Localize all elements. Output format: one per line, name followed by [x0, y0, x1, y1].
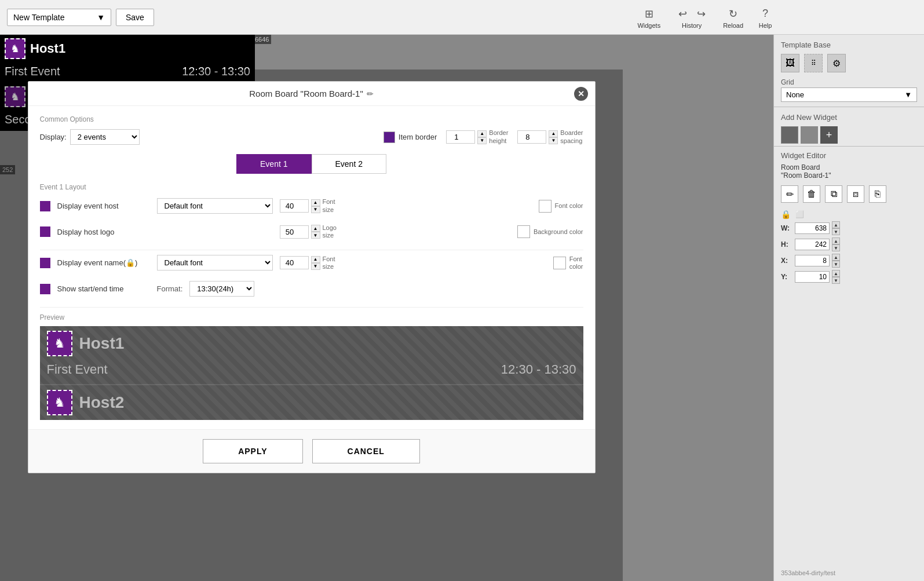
- template-dropdown[interactable]: New Template ▼: [7, 9, 111, 26]
- save-button[interactable]: Save: [116, 9, 154, 26]
- display-event-host-label: Display event host: [57, 202, 150, 210]
- preview-host2-name: Host2: [79, 393, 125, 412]
- preview-section: Preview ♞ Host1 First Event 12:30 - 13:3…: [40, 307, 583, 420]
- width-input[interactable]: [795, 222, 830, 234]
- add-widget-button[interactable]: +: [820, 126, 838, 144]
- reload-group[interactable]: ↻ Reload: [723, 6, 743, 29]
- tab-event1[interactable]: Event 1: [236, 154, 311, 174]
- host-font-size-spinners: ▲ ▼: [311, 199, 320, 213]
- logo-size-down[interactable]: ▼: [311, 232, 320, 239]
- delete-button[interactable]: 🗑: [803, 185, 820, 203]
- copy-forward-button[interactable]: ⧉: [825, 185, 842, 203]
- duplicate-button[interactable]: ⎘: [869, 185, 886, 203]
- host-font-color-swatch[interactable]: [539, 200, 552, 213]
- width-spinners: ▲ ▼: [832, 221, 840, 235]
- event-font-size-input[interactable]: [280, 256, 309, 269]
- copy-back-button[interactable]: ⧈: [847, 185, 864, 203]
- display-host-logo-row: Display host logo ▲ ▼ Logosize: [40, 224, 583, 242]
- expand-icon[interactable]: ⬜: [795, 210, 804, 218]
- tab-event2[interactable]: Event 2: [312, 154, 386, 174]
- border-height-up[interactable]: ▲: [477, 130, 487, 137]
- dropdown-arrow-icon: ▼: [97, 13, 105, 22]
- lock-icon[interactable]: 🔒: [781, 210, 791, 219]
- edit-title-icon[interactable]: ✏: [367, 89, 374, 98]
- background-color-group: Background color: [517, 225, 583, 238]
- add-widget-title: Add New Widget: [774, 107, 924, 124]
- border-height-down[interactable]: ▼: [477, 137, 487, 144]
- y-up[interactable]: ▲: [832, 270, 840, 277]
- boarder-spacing-label: Boarderspacing: [560, 129, 583, 144]
- border-height-input[interactable]: [446, 130, 475, 144]
- canvas-host1-row: ♞ Host1: [0, 35, 255, 63]
- settings-icon[interactable]: ⚙: [827, 54, 846, 72]
- boarder-spacing-input[interactable]: [517, 130, 546, 144]
- background-color-swatch[interactable]: [517, 225, 530, 238]
- item-border-color-swatch[interactable]: [384, 131, 395, 143]
- preview-event1-row: First Event 12:30 - 13:30: [40, 361, 583, 384]
- host-font-size-down[interactable]: ▼: [311, 206, 320, 213]
- image-icon[interactable]: 🖼: [781, 54, 799, 72]
- height-down[interactable]: ▼: [832, 244, 840, 251]
- x-down[interactable]: ▼: [832, 261, 840, 268]
- widget-icon-2[interactable]: [801, 126, 818, 144]
- display-event-name-label: Display event name(🔒): [57, 258, 150, 267]
- format-select[interactable]: 13:30(24h) 1:30pm(12h): [189, 281, 254, 297]
- x-input[interactable]: [795, 255, 830, 266]
- help-group[interactable]: ? Help: [757, 6, 773, 29]
- height-input[interactable]: [795, 239, 830, 250]
- host-font-size-up[interactable]: ▲: [311, 199, 320, 206]
- redo-icon[interactable]: ↪: [693, 6, 709, 22]
- undo-icon[interactable]: ↩: [674, 6, 691, 22]
- canvas-label-x: 6646: [253, 35, 271, 44]
- display-host-logo-label: Display host logo: [57, 228, 150, 236]
- modal-footer: APPLY CANCEL: [28, 429, 595, 473]
- display-select[interactable]: 2 events 1 event 3 events: [70, 129, 140, 145]
- widget-icon-1[interactable]: [781, 126, 798, 144]
- x-up[interactable]: ▲: [832, 254, 840, 261]
- background-color-label: Background color: [534, 228, 583, 236]
- event-font-color-swatch[interactable]: [553, 257, 566, 269]
- preview-host1-logo: ♞: [47, 331, 72, 356]
- widget-editor-name: Room Board"Room Board-1": [774, 162, 924, 183]
- dotted-grid-icon[interactable]: ⠿: [804, 54, 823, 72]
- apply-button[interactable]: APPLY: [203, 439, 302, 463]
- history-icons: ↩ ↪: [674, 6, 709, 22]
- show-time-row: Show start/end time Format: 13:30(24h) 1…: [40, 281, 583, 299]
- template-base-title: Template Base: [774, 35, 924, 52]
- modal-close-button[interactable]: ✕: [574, 87, 588, 101]
- display-event-host-checkbox[interactable]: [40, 201, 50, 211]
- host-font-select[interactable]: Default font: [157, 198, 273, 214]
- edit-pencil-button[interactable]: ✏: [781, 185, 798, 203]
- divider: [40, 250, 583, 250]
- width-up[interactable]: ▲: [832, 221, 840, 228]
- show-time-checkbox[interactable]: [40, 284, 50, 294]
- preview-host2-logo: ♞: [47, 390, 72, 415]
- logo-size-input[interactable]: [280, 225, 309, 239]
- y-down[interactable]: ▼: [832, 277, 840, 284]
- widget-editor-actions: ✏ 🗑 ⧉ ⧈ ⎘: [774, 183, 924, 205]
- display-event-name-checkbox[interactable]: [40, 258, 50, 268]
- x-row: X: ▲ ▼: [781, 254, 917, 268]
- widgets-label: Widgets: [637, 22, 660, 29]
- height-up[interactable]: ▲: [832, 237, 840, 244]
- event-font-size-up[interactable]: ▲: [311, 256, 320, 263]
- display-host-logo-checkbox[interactable]: [40, 226, 50, 237]
- cancel-button[interactable]: CANCEL: [312, 439, 420, 463]
- y-row: Y: ▲ ▼: [781, 270, 917, 284]
- width-down[interactable]: ▼: [832, 228, 840, 235]
- host-font-color-label: Font color: [555, 202, 583, 210]
- grid-dropdown[interactable]: None ▼: [781, 87, 917, 102]
- layers-icon: ⊞: [641, 6, 657, 22]
- y-input[interactable]: [795, 271, 830, 283]
- logo-size-up[interactable]: ▲: [311, 225, 320, 232]
- template-base-icons: 🖼 ⠿ ⚙: [774, 52, 924, 75]
- y-label: Y:: [781, 273, 792, 281]
- boarder-spacing-down[interactable]: ▼: [549, 137, 558, 144]
- widgets-group[interactable]: ⊞ Widgets: [637, 6, 660, 29]
- show-time-label: Show start/end time: [57, 284, 150, 293]
- preview-host1-name: Host1: [79, 334, 125, 353]
- event-font-size-down[interactable]: ▼: [311, 263, 320, 270]
- host-font-size-input[interactable]: [280, 199, 309, 213]
- event-font-select[interactable]: Default font: [157, 255, 273, 271]
- boarder-spacing-up[interactable]: ▲: [549, 130, 558, 137]
